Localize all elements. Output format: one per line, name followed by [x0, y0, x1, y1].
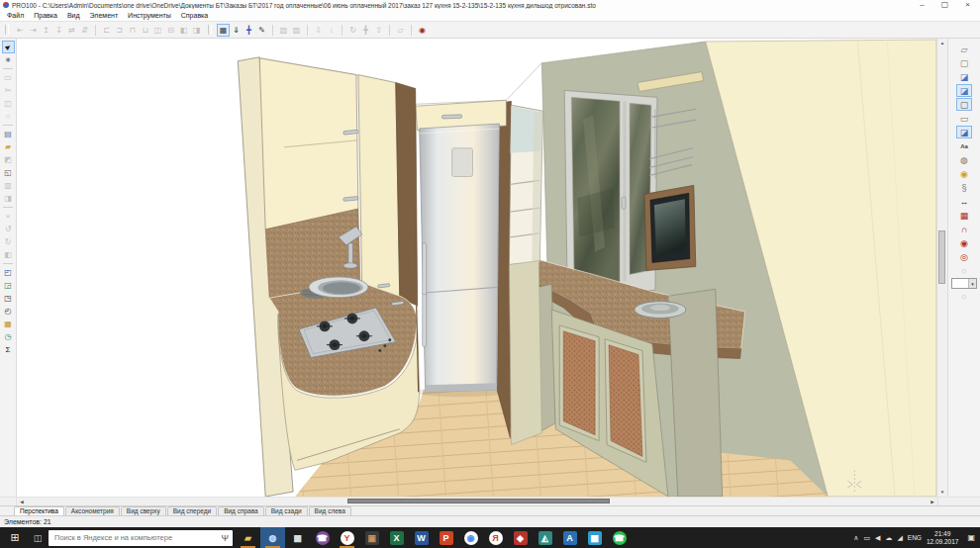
- taskbar-clock[interactable]: 21:49 12.09.2017: [927, 530, 959, 545]
- view-white-edges[interactable]: ▢ ▾: [956, 98, 972, 111]
- horizontal-scrollbar[interactable]: ◀ ▶: [0, 497, 980, 505]
- copy[interactable]: ◫: [2, 97, 15, 110]
- put-on-icon[interactable]: ↓: [325, 24, 338, 37]
- axis-marker[interactable]: ◎ ▾: [956, 250, 972, 263]
- tab-back-view[interactable]: Вид сзади: [265, 506, 308, 515]
- duplicate[interactable]: ◧: [2, 248, 15, 261]
- vertical-scroll-thumb[interactable]: [938, 230, 945, 284]
- paste[interactable]: ◨: [2, 192, 15, 205]
- chrome[interactable]: ◉: [458, 527, 483, 548]
- yandex-browser[interactable]: Y: [335, 527, 359, 548]
- photos-app[interactable]: ▣: [359, 527, 384, 548]
- network-icon[interactable]: ◢: [897, 534, 902, 542]
- tray-expand-icon[interactable]: ∧: [853, 534, 858, 542]
- red-app[interactable]: ◆: [508, 527, 533, 548]
- elements-panel[interactable]: ▦: [2, 318, 15, 330]
- task-view-button[interactable]: ◫: [30, 527, 46, 548]
- volume-icon[interactable]: ◀: [875, 534, 880, 542]
- scroll-down-arrow[interactable]: ▼: [937, 488, 947, 497]
- snap-settings[interactable]: ∗: [2, 53, 15, 66]
- menu-file[interactable]: Файл: [2, 12, 29, 19]
- distribute-horizontal-icon[interactable]: ◧: [177, 24, 190, 37]
- microphone-icon[interactable]: Ψ: [221, 533, 229, 543]
- structure-panel[interactable]: ◴: [2, 305, 15, 318]
- undo[interactable]: ↺: [2, 223, 15, 235]
- word[interactable]: W: [409, 527, 434, 548]
- left-tool-button[interactable]: [3, 68, 13, 69]
- scroll-right-arrow[interactable]: ▶: [928, 498, 937, 505]
- zoom-level-select[interactable]: ▾: [951, 278, 977, 289]
- menu-help[interactable]: Справка: [176, 12, 213, 19]
- tab-axonometry[interactable]: Аксонометрия: [65, 506, 120, 515]
- action-center-icon[interactable]: ▣: [963, 533, 975, 542]
- print-preview[interactable]: ◱: [2, 166, 15, 179]
- view-colors[interactable]: ◪ ▾: [956, 70, 972, 83]
- menu-element[interactable]: Элемент: [85, 12, 124, 19]
- delete-element[interactable]: ×: [2, 210, 15, 223]
- redo[interactable]: ↻: [2, 235, 15, 248]
- center-vertical-icon[interactable]: ⊟: [164, 24, 177, 37]
- left-tool-button[interactable]: [3, 263, 13, 264]
- nudge-left-icon[interactable]: ⇤: [14, 24, 27, 37]
- dimensions[interactable]: ↔ ▾: [956, 195, 972, 208]
- price-panel[interactable]: ◷: [2, 330, 15, 343]
- language-indicator[interactable]: ENG: [908, 534, 922, 541]
- view-contour[interactable]: ▭ ▾: [956, 112, 972, 125]
- minimize-button[interactable]: –: [920, 1, 924, 9]
- yandex-search[interactable]: Я: [483, 527, 508, 548]
- menu-view[interactable]: Вид: [62, 12, 85, 19]
- selection-add-icon[interactable]: ▨: [290, 24, 303, 37]
- grid-toggle[interactable]: ▦ ▾: [956, 209, 972, 222]
- rotate-icon[interactable]: ↻: [346, 24, 359, 37]
- center-marker[interactable]: ◉ ▾: [956, 236, 972, 249]
- select-tool[interactable]: ►: [2, 41, 15, 53]
- nudge-up-icon[interactable]: ↥: [40, 24, 52, 37]
- align-left-icon[interactable]: ⊏: [100, 24, 113, 37]
- lighting[interactable]: ◉ ▾: [956, 167, 972, 180]
- new-project[interactable]: ▤: [2, 128, 15, 140]
- taskbar-search[interactable]: Ψ: [49, 530, 233, 546]
- calculator[interactable]: ▦: [285, 527, 310, 548]
- swap-vertical-icon[interactable]: ⇵: [78, 24, 91, 37]
- scroll-left-arrow[interactable]: ◀: [17, 498, 27, 505]
- materials-sphere[interactable]: ◍ ▾: [956, 153, 972, 166]
- vertical-scrollbar[interactable]: ▲ ▼: [936, 39, 947, 497]
- view-wireframe[interactable]: ▱ ▾: [956, 43, 972, 55]
- cut[interactable]: ✂: [2, 84, 15, 97]
- tab-perspective[interactable]: Перспектива: [14, 506, 64, 515]
- summary-report[interactable]: Σ: [2, 343, 15, 356]
- projection-icon[interactable]: ▱: [394, 24, 407, 37]
- materials-panel[interactable]: ◳: [2, 292, 15, 305]
- zoom-combo[interactable]: ▾: [951, 278, 977, 289]
- smoothing[interactable]: § ▾: [956, 181, 972, 194]
- left-tool-button[interactable]: [3, 125, 13, 126]
- selection-frame-icon[interactable]: ▧: [277, 24, 290, 37]
- view-colors-edges[interactable]: ◪ ▾: [956, 84, 972, 97]
- powerpoint[interactable]: P: [434, 527, 458, 548]
- move-tool-icon[interactable]: ╋: [243, 24, 255, 37]
- start-button[interactable]: ⊞: [0, 527, 30, 548]
- save-project[interactable]: ◩: [2, 153, 15, 166]
- battery-icon[interactable]: ▭: [863, 534, 870, 542]
- tab-right-view[interactable]: Вид справа: [218, 506, 264, 515]
- edit-tool-icon[interactable]: ✎: [255, 24, 268, 37]
- zoom-in[interactable]: ○ ▾: [956, 290, 972, 303]
- print[interactable]: ▥: [2, 179, 15, 192]
- search-input[interactable]: [52, 532, 221, 543]
- viber[interactable]: ☎: [310, 527, 335, 548]
- tab-left-view[interactable]: Вид слева: [309, 506, 351, 515]
- view-textures[interactable]: ◪ ▾: [956, 126, 972, 138]
- whatsapp[interactable]: ☎: [607, 527, 632, 548]
- scroll-up-arrow[interactable]: ▲: [937, 39, 947, 47]
- element-frame[interactable]: ▭: [2, 71, 15, 84]
- pro100-taskbar[interactable]: ◍: [260, 527, 285, 548]
- distribute-vertical-icon[interactable]: ◨: [190, 24, 203, 37]
- autocad[interactable]: A: [557, 527, 582, 548]
- 3dsmax[interactable]: ◭: [533, 527, 557, 548]
- gravity-icon[interactable]: ⇓: [230, 24, 243, 37]
- left-tool-button[interactable]: [3, 207, 13, 208]
- center-horizontal-icon[interactable]: ◫: [151, 24, 164, 37]
- open-project[interactable]: ▰: [2, 140, 15, 153]
- render-quality-icon[interactable]: ◉: [416, 24, 429, 37]
- zoom-out[interactable]: ○ ▾: [956, 264, 972, 277]
